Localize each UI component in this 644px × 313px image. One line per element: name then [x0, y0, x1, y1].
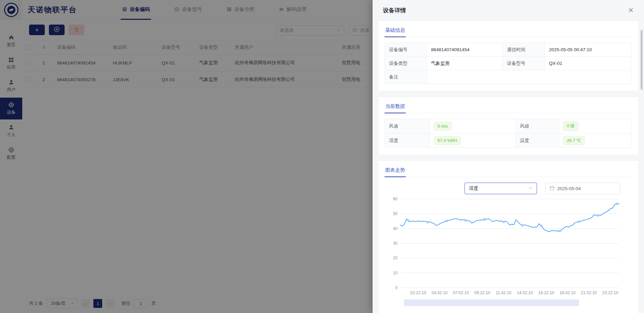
svg-text:10: 10	[393, 271, 398, 275]
current-data-grid: 风速 0 m/s 风级 0 级 湿度 57.4 %RH 温度 26.7 ℃	[385, 119, 631, 148]
metric-label: 湿度	[385, 133, 430, 148]
device-detail-drawer: 设备详情 ✕ 基础信息 设备编号 864814074091454 通信时间 20…	[373, 0, 644, 313]
chart-section-head: 图表走势	[385, 166, 631, 177]
chart-card: 图表走势 湿度 2025-05-04 010203040506002:22:10…	[378, 160, 639, 313]
svg-text:0: 0	[395, 285, 398, 290]
date-picker[interactable]: 2025-05-04	[545, 183, 620, 194]
metric-value-badge: 0 m/s	[434, 122, 452, 131]
svg-text:09:22:10: 09:22:10	[474, 290, 490, 295]
svg-text:60: 60	[393, 197, 398, 201]
svg-text:21:02:10: 21:02:10	[581, 290, 597, 295]
field-label: 设备编号	[385, 43, 427, 57]
svg-text:16:22:10: 16:22:10	[538, 290, 554, 295]
close-icon[interactable]: ✕	[628, 7, 634, 14]
device-no-value: 864814074091454	[427, 43, 503, 57]
calendar-icon	[550, 186, 554, 191]
field-label: 设备型号	[503, 57, 545, 70]
svg-text:20: 20	[393, 256, 398, 260]
field-label: 备注	[385, 70, 427, 84]
comm-time-value: 2025-05-05 00:47:10	[545, 43, 631, 57]
metric-select-value: 湿度	[469, 185, 478, 191]
svg-text:11:42:10: 11:42:10	[496, 290, 511, 295]
drawer-title: 设备详情	[383, 6, 406, 14]
svg-text:50: 50	[393, 211, 398, 216]
metric-label: 风速	[385, 119, 430, 133]
basic-info-card: 基础信息 设备编号 864814074091454 通信时间 2025-05-0…	[378, 20, 639, 91]
svg-text:07:02:10: 07:02:10	[453, 290, 469, 295]
svg-text:02:22:10: 02:22:10	[410, 290, 426, 295]
metric-value-badge: 57.4 %RH	[434, 136, 461, 145]
device-model-value: QX-01	[545, 57, 631, 70]
svg-text:23:22:10: 23:22:10	[602, 290, 618, 295]
metric-value-badge: 26.7 ℃	[563, 136, 585, 145]
drawer-scrollbar[interactable]	[641, 30, 643, 90]
metric-value-badge: 0 级	[563, 121, 578, 131]
svg-text:40: 40	[393, 226, 398, 231]
metric-label: 风级	[516, 119, 559, 133]
current-data-tab[interactable]: 当前数据	[385, 102, 406, 113]
datazoom-slider[interactable]	[404, 299, 579, 306]
current-data-section-head: 当前数据	[385, 102, 631, 113]
chart-controls: 湿度 2025-05-04	[465, 183, 631, 194]
chevron-down-icon	[528, 186, 533, 191]
field-label: 设备类型	[385, 57, 427, 70]
remark-value	[427, 70, 631, 84]
basic-info-tab[interactable]: 基础信息	[385, 26, 406, 37]
svg-text:18:42:10: 18:42:10	[560, 290, 576, 295]
svg-text:14:02:10: 14:02:10	[517, 290, 533, 295]
svg-text:04:42:10: 04:42:10	[432, 290, 448, 295]
drawer-header: 设备详情 ✕	[373, 0, 644, 20]
chart-trend-tab[interactable]: 图表走势	[385, 166, 406, 177]
svg-text:30: 30	[393, 241, 398, 246]
field-label: 通信时间	[503, 43, 545, 57]
trend-chart-svg: 010203040506002:22:1004:42:1007:02:1009:…	[385, 195, 626, 297]
metric-select[interactable]: 湿度	[465, 183, 537, 194]
trend-chart: 010203040506002:22:1004:42:1007:02:1009:…	[385, 195, 631, 306]
metric-label: 温度	[516, 133, 559, 148]
current-data-card: 当前数据 风速 0 m/s 风级 0 级 湿度 57.4 %RH 温度 26.7…	[378, 97, 639, 155]
date-picker-value: 2025-05-04	[557, 186, 581, 191]
device-type-value: 气象监测	[427, 57, 503, 70]
basic-info-grid: 设备编号 864814074091454 通信时间 2025-05-05 00:…	[385, 43, 631, 84]
basic-info-section-head: 基础信息	[385, 26, 631, 37]
